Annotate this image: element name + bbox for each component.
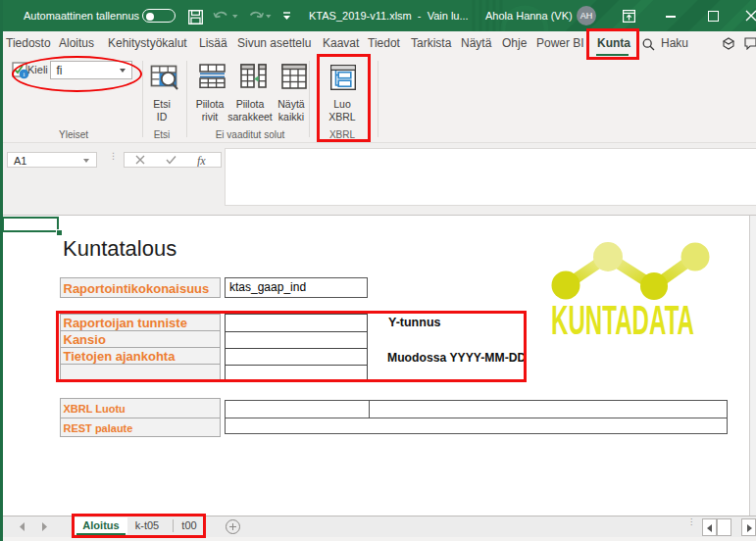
svg-text:KUNTADATA: KUNTADATA (551, 297, 694, 339)
svg-text:fx: fx (197, 154, 206, 168)
